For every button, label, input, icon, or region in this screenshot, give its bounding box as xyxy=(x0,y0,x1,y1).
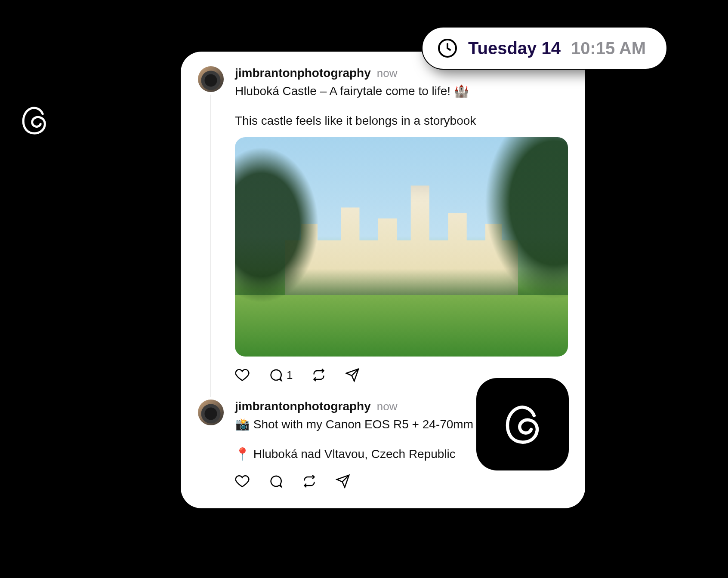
threads-logo-icon xyxy=(17,103,52,138)
thread-connector xyxy=(210,95,211,397)
post-body-line: Hluboká Castle – A fairytale come to lif… xyxy=(235,83,568,100)
schedule-date: Tuesday 14 xyxy=(468,39,561,58)
share-button[interactable] xyxy=(336,474,350,489)
post: jimbrantonphotography now Hluboká Castle… xyxy=(198,66,568,382)
schedule-time: 10:15 AM xyxy=(571,39,646,58)
post-timestamp: now xyxy=(377,400,398,413)
avatar[interactable] xyxy=(198,66,224,92)
repost-button[interactable] xyxy=(302,474,317,489)
post-media[interactable] xyxy=(235,137,568,357)
post-body-line: This castle feels like it belongs in a s… xyxy=(235,112,568,130)
post-timestamp: now xyxy=(377,67,398,80)
repost-button[interactable] xyxy=(312,368,326,382)
share-button[interactable] xyxy=(345,368,360,382)
post-actions xyxy=(235,474,568,489)
comment-count: 1 xyxy=(287,369,293,382)
clock-icon xyxy=(437,38,458,58)
post-body: Hluboká Castle – A fairytale come to lif… xyxy=(235,83,568,129)
schedule-pill: Tuesday 14 10:15 AM xyxy=(422,27,667,70)
avatar[interactable] xyxy=(198,400,224,425)
username[interactable]: jimbrantonphotography xyxy=(235,400,371,413)
like-button[interactable] xyxy=(235,474,250,489)
comment-button[interactable]: 1 xyxy=(268,368,293,382)
comment-button[interactable] xyxy=(268,474,283,489)
username[interactable]: jimbrantonphotography xyxy=(235,66,371,80)
threads-app-tile xyxy=(476,378,569,470)
like-button[interactable] xyxy=(235,368,250,382)
